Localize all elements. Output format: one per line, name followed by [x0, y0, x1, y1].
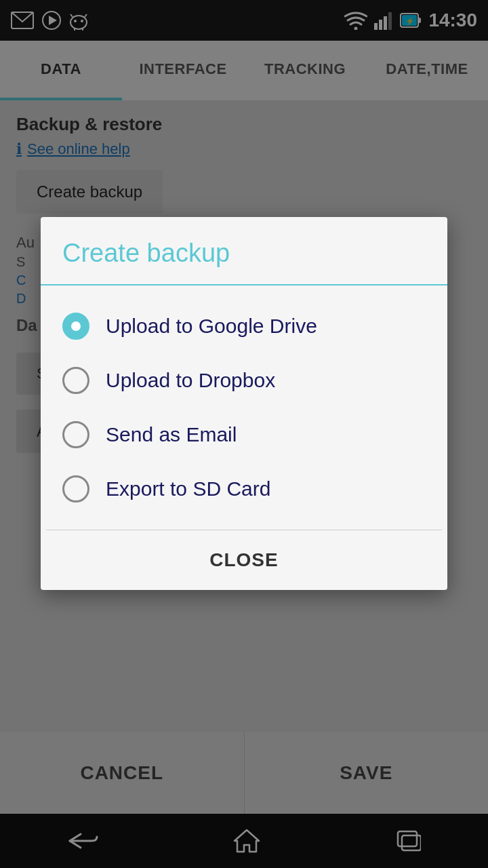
radio-sd-card[interactable]: [62, 475, 89, 502]
option-sd-card[interactable]: Export to SD Card: [57, 462, 431, 516]
radio-dropbox[interactable]: [62, 367, 89, 394]
radio-email[interactable]: [62, 421, 89, 448]
option-dropbox-label: Upload to Dropbox: [106, 369, 275, 392]
dialog-title: Create backup: [41, 217, 447, 285]
create-backup-dialog: Create backup Upload to Google Drive Upl…: [41, 217, 447, 590]
option-google-drive-label: Upload to Google Drive: [106, 315, 317, 338]
dialog-options: Upload to Google Drive Upload to Dropbox…: [41, 285, 447, 530]
option-sd-card-label: Export to SD Card: [106, 477, 270, 500]
option-google-drive[interactable]: Upload to Google Drive: [57, 299, 431, 353]
dialog-close-button[interactable]: CLOSE: [41, 530, 447, 590]
option-email[interactable]: Send as Email: [57, 408, 431, 462]
option-email-label: Send as Email: [106, 423, 237, 446]
option-dropbox[interactable]: Upload to Dropbox: [57, 353, 431, 408]
radio-google-drive[interactable]: [62, 313, 89, 340]
